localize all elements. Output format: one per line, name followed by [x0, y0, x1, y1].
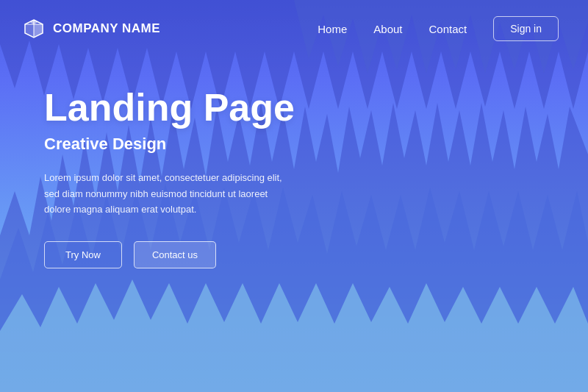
nav-link-contact[interactable]: Contact	[429, 23, 467, 35]
nav-link-about[interactable]: About	[373, 23, 402, 35]
sign-in-button[interactable]: Sign in	[493, 16, 559, 41]
contact-us-button[interactable]: Contact us	[134, 241, 216, 268]
svg-marker-8	[29, 20, 38, 24]
logo-area: COMPANY NAME	[22, 17, 160, 40]
try-now-button[interactable]: Try Now	[44, 241, 122, 268]
hero-subtitle: Creative Design	[44, 135, 588, 154]
hero-section: Landing Page Creative Design Lorem ipsum…	[0, 57, 588, 268]
page-wrapper: COMPANY NAME Home About Contact Sign in …	[0, 0, 588, 392]
navbar: COMPANY NAME Home About Contact Sign in	[0, 0, 588, 57]
company-name: COMPANY NAME	[53, 21, 160, 36]
hero-buttons: Try Now Contact us	[44, 241, 588, 268]
hero-title: Landing Page	[44, 87, 588, 129]
cube-icon	[22, 17, 46, 40]
hero-description: Lorem ipsum dolor sit amet, consectetuer…	[44, 170, 294, 217]
nav-link-home[interactable]: Home	[318, 23, 347, 35]
nav-links: Home About Contact Sign in	[318, 16, 559, 41]
